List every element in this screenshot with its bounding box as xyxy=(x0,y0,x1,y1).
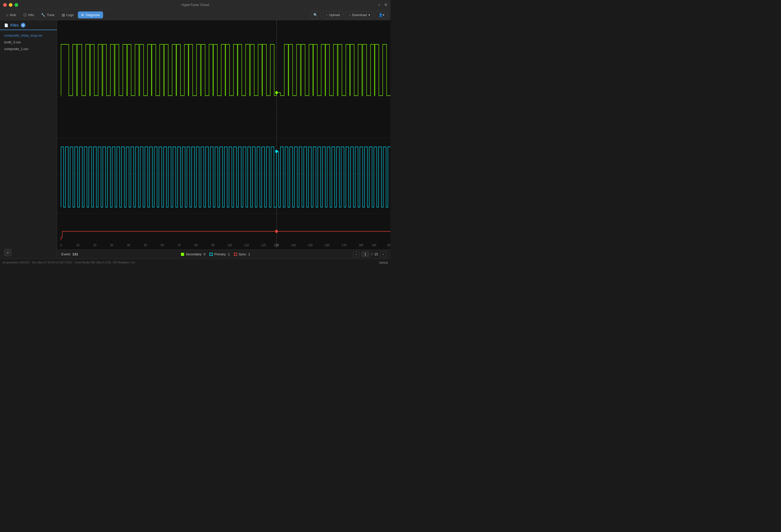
event-label: Event: xyxy=(61,252,71,256)
file-icon: 📄 xyxy=(4,24,8,27)
file-item-1[interactable]: tooth_3.csv xyxy=(0,39,57,46)
svg-point-7 xyxy=(275,150,278,153)
files-badge: 3 xyxy=(21,23,26,28)
page-navigation: ‹ / 15 › xyxy=(353,251,386,258)
legend-sync: Sync: 1 xyxy=(234,253,250,256)
file-name-1: tooth_3.csv xyxy=(4,41,21,44)
svg-text:100: 100 xyxy=(228,243,232,247)
chevron-down-icon: ▾ xyxy=(368,13,370,17)
sync-label: Sync: xyxy=(239,253,247,256)
svg-text:190: 190 xyxy=(372,243,376,247)
nav-tune[interactable]: 🔧 Tune xyxy=(38,11,57,18)
monitor-icon: ▤ xyxy=(62,13,65,17)
sidebar-collapse-button[interactable]: < xyxy=(4,249,11,256)
sidebar-toggle-area: < xyxy=(0,246,57,259)
chevron-down-icon-2: ▾ xyxy=(383,13,384,17)
legend-secondary: Secondary: 0 xyxy=(181,253,205,256)
files-label: Files xyxy=(10,23,19,27)
charts-container[interactable]: 0 10 20 30 40 50 60 70 80 90 100 110 120… xyxy=(57,20,390,250)
footer-status: ⊕ speeduino 202103 - Sun Mar 07 18:40:14… xyxy=(3,261,136,264)
svg-text:150: 150 xyxy=(308,243,313,247)
svg-text:170: 170 xyxy=(342,243,346,247)
primary-color-box xyxy=(209,253,213,256)
nav-logs-label: Logs xyxy=(67,13,74,17)
nav-tune-label: Tune xyxy=(47,13,54,17)
user-icon: 👤 xyxy=(378,13,383,17)
primary-label: Primary: xyxy=(214,253,227,256)
statusbar: Event: 131 Secondary: 0 Primary: 1 Sync: xyxy=(57,250,390,259)
page-input[interactable] xyxy=(361,252,369,257)
download-icon: ↓ xyxy=(349,13,351,17)
nav-diagnose[interactable]: ⚙ Diagnose xyxy=(78,11,103,18)
traffic-lights xyxy=(3,3,18,7)
titlebar: HyperTuner Cloud ⌗ ⚙ xyxy=(0,0,390,10)
secondary-label: Secondary: xyxy=(186,253,202,256)
svg-text:40: 40 xyxy=(127,243,130,247)
navbar: ⌂ Hub ⓘ Info 🔧 Tune ▤ Logs ⚙ Diagnose 🔍 … xyxy=(0,10,390,20)
svg-rect-0 xyxy=(57,20,390,250)
svg-text:10: 10 xyxy=(76,243,80,247)
wrench-icon: 🔧 xyxy=(41,13,45,17)
key-icon: ⌗ xyxy=(378,3,380,7)
sidebar: 📄 Files 3 composite_miata_long.csv tooth… xyxy=(0,20,57,259)
event-display: Event: 131 xyxy=(61,252,78,256)
svg-text:80: 80 xyxy=(195,243,198,247)
close-button[interactable] xyxy=(3,3,7,7)
svg-point-6 xyxy=(275,91,278,94)
nav-info-label: Info xyxy=(28,13,34,17)
file-item-0[interactable]: composite_miata_long.csv xyxy=(0,32,57,39)
github-link[interactable]: GitHub xyxy=(379,261,388,264)
svg-text:130: 130 xyxy=(274,243,279,247)
nav-hub[interactable]: ⌂ Hub xyxy=(3,11,19,18)
svg-text:180: 180 xyxy=(359,243,364,247)
file-list: composite_miata_long.csv tooth_3.csv com… xyxy=(0,30,57,54)
sync-color-box xyxy=(234,253,237,256)
event-value: 131 xyxy=(73,252,78,256)
svg-text:30: 30 xyxy=(110,243,114,247)
nav-logs[interactable]: ▤ Logs xyxy=(59,11,77,18)
secondary-value: 0 xyxy=(204,253,206,256)
svg-text:60: 60 xyxy=(161,243,164,247)
nav-diagnose-label: Diagnose xyxy=(86,13,100,17)
upload-label: Upload xyxy=(329,13,340,17)
home-icon: ⌂ xyxy=(6,13,8,17)
main-chart-svg: 0 10 20 30 40 50 60 70 80 90 100 110 120… xyxy=(57,20,390,250)
footer: ⊕ speeduino 202103 - Sun Mar 07 18:40:14… xyxy=(0,259,390,266)
upload-icon: ↑ xyxy=(326,13,328,17)
app-title: HyperTuner Cloud xyxy=(181,3,209,7)
settings-icon: ⚙ xyxy=(384,3,387,7)
legend-primary: Primary: 1 xyxy=(209,253,230,256)
svg-text:110: 110 xyxy=(244,243,249,247)
download-label: Download xyxy=(352,13,367,17)
svg-text:70: 70 xyxy=(177,243,181,247)
sync-value: 1 xyxy=(248,253,250,256)
page-separator: / xyxy=(371,252,372,256)
page-total: 15 xyxy=(374,252,378,256)
search-icon: 🔍 xyxy=(314,13,318,17)
chart-legend: Secondary: 0 Primary: 1 Sync: 1 xyxy=(181,253,250,256)
upload-button[interactable]: ↑ Upload xyxy=(323,11,343,18)
gear-icon: ⚙ xyxy=(81,13,84,17)
next-page-button[interactable]: › xyxy=(380,251,386,258)
file-name-0: composite_miata_long.csv xyxy=(4,34,42,37)
download-button[interactable]: ↓ Download ▾ xyxy=(345,11,374,18)
svg-text:20: 20 xyxy=(93,243,96,247)
svg-point-8 xyxy=(275,230,278,233)
chart-area: 0 10 20 30 40 50 60 70 80 90 100 110 120… xyxy=(57,20,390,259)
user-button[interactable]: 👤 ▾ xyxy=(376,11,387,19)
secondary-color-box xyxy=(181,253,184,256)
minimize-button[interactable] xyxy=(9,3,12,7)
svg-text:50: 50 xyxy=(144,243,147,247)
info-icon: ⓘ xyxy=(24,13,27,17)
primary-value: 1 xyxy=(228,253,230,256)
search-button[interactable]: 🔍 xyxy=(311,11,320,19)
prev-page-button[interactable]: ‹ xyxy=(353,251,359,258)
nav-info[interactable]: ⓘ Info xyxy=(20,11,37,19)
file-item-2[interactable]: composite_1.csv xyxy=(0,46,57,52)
main-content: 📄 Files 3 composite_miata_long.csv tooth… xyxy=(0,20,390,259)
nav-right: 🔍 ↑ Upload ↓ Download ▾ 👤 ▾ xyxy=(311,11,387,19)
svg-text:90: 90 xyxy=(211,243,215,247)
titlebar-icons: ⌗ ⚙ xyxy=(378,3,387,7)
svg-text:160: 160 xyxy=(325,243,330,247)
maximize-button[interactable] xyxy=(14,3,18,7)
